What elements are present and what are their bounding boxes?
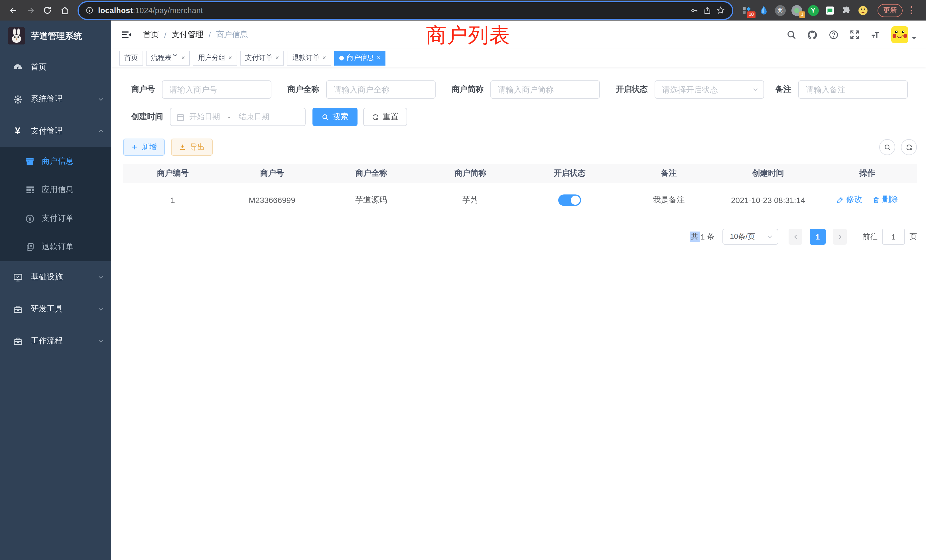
add-button[interactable]: 新增 <box>123 139 165 156</box>
breadcrumb: 首页 / 支付管理 / 商户信息 <box>143 30 248 40</box>
extension-recorder-icon[interactable]: 1 <box>791 5 802 16</box>
breadcrumb-pay[interactable]: 支付管理 <box>172 30 204 40</box>
monitor-icon <box>12 272 23 282</box>
edit-link[interactable]: 修改 <box>837 195 862 205</box>
github-icon[interactable] <box>807 29 818 40</box>
extensions-puzzle-icon[interactable] <box>840 5 852 16</box>
sidebar-item-label: 应用信息 <box>42 185 74 195</box>
extension-y-icon[interactable]: Y <box>807 5 819 16</box>
sidebar-item-merchant-info[interactable]: 商户信息 <box>0 147 111 176</box>
close-icon[interactable]: × <box>377 55 381 61</box>
goto-page-input[interactable] <box>882 229 905 245</box>
browser-menu-icon[interactable] <box>907 6 915 14</box>
table-row: 1 M233666999 芋道源码 芋艿 我是备注 2021-10-23 08:… <box>123 183 917 217</box>
address-bar[interactable]: localhost:1024/pay/merchant <box>79 2 732 18</box>
tab-pay-order[interactable]: 支付订单× <box>240 50 284 65</box>
navbar-actions <box>786 26 917 43</box>
filter-create-time: 创建时间 开始日期 - 结束日期 <box>123 108 306 126</box>
show-search-icon[interactable] <box>879 139 895 155</box>
prev-page-button[interactable] <box>788 229 802 245</box>
cell-actions: 修改 删除 <box>818 195 917 205</box>
close-icon[interactable]: × <box>275 55 279 61</box>
tags-view-bar: 首页 流程表单× 用户分组× 支付订单× 退款订单× 商户信息× <box>111 49 926 67</box>
sidebar-item-workflow[interactable]: 工作流程 <box>0 325 111 357</box>
profile-emoji-icon[interactable] <box>857 5 869 16</box>
cell-remark: 我是备注 <box>619 195 719 205</box>
delete-link[interactable]: 删除 <box>872 195 898 205</box>
sidebar-item-home[interactable]: 首页 <box>0 51 111 83</box>
sidebar-item-payment[interactable]: ¥ 支付管理 <box>0 115 111 147</box>
browser-back-button[interactable] <box>6 3 21 18</box>
search-icon[interactable] <box>786 29 797 40</box>
merchant-table: 商户编号 商户号 商户全称 商户简称 开启状态 备注 创建时间 操作 1 M23… <box>123 163 917 217</box>
start-date-placeholder[interactable]: 开始日期 <box>189 112 220 122</box>
browser-home-button[interactable] <box>57 3 72 18</box>
app-logo-row[interactable]: 芋道管理系统 <box>0 21 111 51</box>
sidebar-item-pay-order[interactable]: 支付订单 <box>0 204 111 233</box>
bookmark-star-icon[interactable] <box>716 6 725 15</box>
export-button[interactable]: 导出 <box>171 139 213 156</box>
browser-reload-button[interactable] <box>40 3 55 18</box>
sidebar-item-infrastructure[interactable]: 基础设施 <box>0 261 111 293</box>
cell-short-name: 芋艿 <box>421 195 520 205</box>
remark-input[interactable] <box>798 80 908 98</box>
extension-tabs-icon[interactable]: 10 <box>741 5 753 16</box>
sidebar-item-label: 商户信息 <box>42 156 74 166</box>
cell-full-name: 芋道源码 <box>322 195 421 205</box>
status-select-input[interactable] <box>655 80 764 98</box>
status-toggle[interactable] <box>558 194 581 206</box>
sidebar-item-dev-tools[interactable]: 研发工具 <box>0 293 111 325</box>
extension-chat-icon[interactable] <box>824 5 835 16</box>
tab-merchant-info[interactable]: 商户信息× <box>334 50 386 65</box>
screen: localhost:1024/pay/merchant 10 ⌘ <box>0 0 926 560</box>
reset-button[interactable]: 重置 <box>363 108 407 126</box>
grid-icon <box>25 185 35 195</box>
password-key-icon[interactable] <box>690 6 699 15</box>
app-title: 芋道管理系统 <box>31 30 82 41</box>
sidebar-item-label: 工作流程 <box>31 336 89 346</box>
full-name-input[interactable] <box>326 80 436 98</box>
field-label: 备注 <box>772 85 791 95</box>
search-button[interactable]: 搜索 <box>312 108 357 126</box>
page-size-select[interactable]: 10条/页 <box>722 229 778 245</box>
browser-toolbar: localhost:1024/pay/merchant 10 ⌘ <box>0 0 926 21</box>
sidebar-item-system[interactable]: 系统管理 <box>0 83 111 115</box>
breadcrumb-current: 商户信息 <box>216 30 248 40</box>
help-icon[interactable] <box>828 29 839 40</box>
refresh-table-icon[interactable] <box>901 139 917 155</box>
close-icon[interactable]: × <box>181 55 185 61</box>
fullscreen-icon[interactable] <box>849 29 860 40</box>
extension-drop-icon[interactable] <box>758 5 769 16</box>
chevron-down-icon <box>97 274 104 281</box>
close-icon[interactable]: × <box>322 55 326 61</box>
extension-command-icon[interactable]: ⌘ <box>774 5 786 16</box>
sidebar-item-label: 首页 <box>31 62 104 73</box>
sidebar-item-app-info[interactable]: 应用信息 <box>0 176 111 204</box>
browser-forward-button[interactable] <box>23 3 38 18</box>
field-label: 商户简称 <box>443 85 484 95</box>
app-window: 芋道管理系统 首页 系统管理 ¥ 支付管理 <box>0 21 926 560</box>
toolbox-icon <box>12 304 23 314</box>
merchant-no-input[interactable] <box>162 80 271 98</box>
tab-home[interactable]: 首页 <box>119 50 143 65</box>
sidebar-collapse-icon[interactable] <box>120 29 133 41</box>
field-label: 开启状态 <box>608 85 648 95</box>
next-page-button[interactable] <box>833 229 847 245</box>
user-menu[interactable] <box>891 26 917 43</box>
end-date-placeholder[interactable]: 结束日期 <box>239 112 269 122</box>
status-select[interactable] <box>655 80 764 98</box>
sidebar-item-refund-order[interactable]: 退款订单 <box>0 233 111 261</box>
font-size-icon[interactable] <box>870 29 881 40</box>
share-icon[interactable] <box>703 6 712 15</box>
short-name-input[interactable] <box>490 80 600 98</box>
close-icon[interactable]: × <box>228 55 232 61</box>
date-range-picker[interactable]: 开始日期 - 结束日期 <box>170 108 306 126</box>
tab-user-group[interactable]: 用户分组× <box>193 50 237 65</box>
tab-process-form[interactable]: 流程表单× <box>146 50 190 65</box>
breadcrumb-home[interactable]: 首页 <box>143 30 159 40</box>
chevron-down-icon <box>911 35 917 41</box>
site-info-icon[interactable] <box>86 6 94 14</box>
page-number-button[interactable]: 1 <box>809 229 826 245</box>
tab-refund-order[interactable]: 退款订单× <box>287 50 331 65</box>
browser-update-button[interactable]: 更新 <box>878 4 903 17</box>
